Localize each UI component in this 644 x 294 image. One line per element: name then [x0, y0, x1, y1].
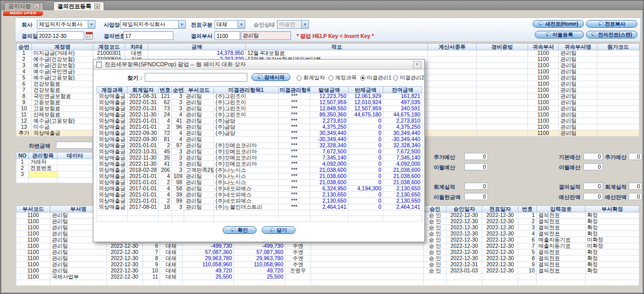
chevron-down-icon[interactable]: ▼ — [238, 21, 245, 28]
column-header[interactable]: 번호 — [159, 87, 172, 93]
company-select[interactable]: 제일저지주식회사 ▼ — [37, 20, 95, 29]
column-header[interactable]: NO — [16, 152, 29, 159]
column-header[interactable]: 입력경로 — [537, 206, 586, 212]
table-row[interactable]: 1100관리팀2022-12-308대체29,963,78029,963,780… — [16, 256, 639, 262]
table-row[interactable]: 외상매출금2021-01-01297관리팀(주)꼬메요코리아***32,328,… — [97, 143, 422, 149]
budget-account2-label: 회계실적 — [605, 184, 627, 191]
table-row[interactable]: 외상매출금2022-01-31623관리팀(주)그린조이***12,507,95… — [97, 100, 422, 106]
table-row[interactable]: 외상매출금2022-11-30353관리팀(주)꼬메요코리아***7,345,1… — [97, 155, 422, 161]
column-header[interactable]: 데이타 — [57, 152, 93, 159]
column-header[interactable]: 부서코드 — [16, 206, 50, 212]
column-header[interactable]: 순번 — [16, 44, 32, 50]
table-row[interactable]: 외상매출금2021-01-01439관리팀(주)네오피에스***2,130,65… — [97, 192, 422, 198]
table-row[interactable]: 외상매출금2021-01-01441관리팀(주)금당***2,273,81002… — [97, 118, 422, 124]
table-row[interactable]: 1100국제사업부2022-12-3011대체25,50025,500 — [16, 274, 639, 280]
table-row[interactable]: 1100관리팀2022-12-3010대체49,72049,720조명우승 인2… — [16, 268, 639, 274]
table-row[interactable]: 2전표번호 — [16, 165, 93, 171]
table-row[interactable]: 1거래처 — [16, 159, 93, 165]
table-row[interactable]: 외상매출금2021-01-01298관리팀(주)나노시스***21,038,60… — [97, 180, 422, 186]
column-header[interactable]: 계정명 — [32, 44, 93, 50]
table-row[interactable]: 3 — [16, 171, 93, 178]
close-icon[interactable]: × — [413, 61, 421, 68]
column-header[interactable]: 승인일자 — [446, 206, 482, 212]
cell — [477, 50, 528, 56]
column-header[interactable]: 미결관리항목1 — [214, 87, 279, 93]
table-row[interactable]: 외상매출금2021-08-311213관리팀(주)그린조이***12,223,7… — [97, 93, 422, 100]
table-row[interactable]: 외상매출금2017-08-01183관리팀(주)노블인더스트리***2,464,… — [97, 204, 422, 210]
column-header[interactable]: 전표일자 — [482, 206, 518, 212]
cell: 7 — [518, 243, 537, 249]
table-row[interactable]: 1미지급금(거래처)21000301대변14,378,95012월 4대보험료1… — [16, 50, 639, 56]
column-header[interactable]: 승인 — [424, 206, 446, 212]
table-row[interactable]: 외상매출금2022-11-30244관리팀(주)그린조이***89,350,36… — [97, 112, 422, 118]
tab-notice[interactable]: 공지사항 x — [4, 2, 44, 10]
popup-title-bar[interactable]: 전표세부항목(SPNDCDPop) 팝업 -- 웹 페이지 대화 상자 × — [93, 60, 424, 70]
column-header[interactable]: 발생금액 — [310, 87, 348, 93]
column-header[interactable]: 귀속부서 — [528, 44, 559, 50]
column-header[interactable]: 계산서종류 — [428, 44, 477, 50]
table-row[interactable]: 1100관리팀2022-12-307대체57,087,36057,087,360… — [16, 249, 639, 256]
column-header[interactable]: 부서확정 — [586, 206, 639, 212]
ok-button[interactable]: ▶ 확인 — [223, 226, 257, 234]
bizplace-select[interactable]: 제일저지주식회사 ▼ — [120, 20, 186, 29]
table-row[interactable] — [97, 216, 422, 222]
tab-voucher-entry[interactable]: 결의전표등록 x — [53, 2, 104, 10]
column-header[interactable]: 경비증빙 — [477, 44, 528, 50]
search-start-button[interactable]: ▶ 검색시작 — [251, 73, 290, 81]
table-row[interactable]: 외상매출금2021-01-014109관리팀(주)나노시스***21,038,6… — [97, 173, 422, 180]
column-header[interactable]: 순번 — [172, 87, 184, 93]
column-header[interactable]: 적요 — [246, 44, 428, 50]
chevron-down-icon[interactable]: ▼ — [178, 21, 185, 28]
table-row[interactable]: 외상매출금2022-11-30413관리팀(주)꼬메요코리아***4,092,0… — [97, 161, 422, 167]
table-row[interactable]: 외상매출금2022-10-31453관리팀(주)꼬메요코리아***7,672,5… — [97, 149, 422, 155]
new-voucher-button[interactable]: ▶ 새전표(Home) — [533, 20, 584, 28]
table-row[interactable]: 외상매출금2022-01-31733관리팀(주)그린조이***12,848,55… — [97, 106, 422, 112]
column-header[interactable]: 차/대 — [125, 44, 148, 50]
close-icon[interactable]: x — [94, 4, 100, 9]
radio-open-mgmt2[interactable]: 미결관리2 — [393, 74, 424, 82]
carryover-register-button[interactable]: ▶ 이월등록 — [535, 31, 584, 38]
column-header[interactable]: 회계일자 — [128, 87, 159, 93]
column-header[interactable]: 번호 — [518, 206, 537, 212]
table-row[interactable]: 외상매출금2022-09-30724관리팀(주)금당***30,349,4400… — [97, 130, 422, 136]
column-header[interactable]: 미결관리항목2 — [279, 87, 310, 93]
close-icon[interactable]: x — [34, 4, 40, 9]
column-header[interactable]: 반제금액 — [348, 87, 383, 93]
resolve-no-input[interactable] — [123, 31, 173, 40]
table-row[interactable]: 외상매출금2022-09-30814관리팀***-30,349,4400-30,… — [97, 136, 422, 143]
column-header[interactable]: 원가코드 — [597, 44, 639, 50]
chevron-down-icon[interactable]: ▼ — [88, 21, 95, 28]
chevron-down-icon[interactable]: ▼ — [301, 21, 308, 28]
slip-type-select[interactable]: 대체 ▼ — [214, 20, 245, 29]
column-header[interactable]: 관리항목 — [29, 152, 57, 159]
column-header[interactable]: 금액 — [148, 44, 246, 50]
table-row[interactable]: 외상매출금2018-02-282063고객만족2팀(JJ(주)나노시스***21… — [97, 167, 422, 173]
table-row[interactable]: 1100관리팀2022-12-306대체-499,730-499,730주엔승 … — [16, 243, 639, 249]
table-row[interactable]: 1100관리팀2022-12-309대체110,058,960110,058,9… — [16, 262, 639, 268]
column-header[interactable]: 계정코드 — [93, 44, 125, 50]
table-row[interactable] — [97, 210, 422, 216]
search-input[interactable] — [145, 73, 247, 82]
copy-voucher-button[interactable]: ▶ 전표복사 — [586, 20, 637, 28]
resolve-dept-code-input[interactable] — [214, 31, 240, 40]
table-row[interactable]: 외상매출금2021-01-01296관리팀(주)금당***4,375,25004… — [97, 124, 422, 130]
radio-account-date[interactable]: 회계일자 — [297, 74, 325, 82]
column-header[interactable]: 부서코드 — [184, 87, 214, 93]
menu-open-button[interactable]: MENU OPEN — [3, 11, 43, 16]
column-header[interactable]: 계정과목 — [97, 87, 128, 93]
column-header[interactable]: 귀속부서명 — [559, 44, 597, 50]
resolve-date-input[interactable] — [37, 31, 84, 40]
calendar-icon[interactable] — [86, 32, 93, 40]
table-row[interactable] — [16, 280, 639, 286]
radio-account-subject[interactable]: 계정과목 — [328, 74, 357, 82]
radio-open-mgmt1[interactable]: 미결관리1 — [360, 74, 392, 82]
table-row[interactable]: 외상매출금2017-01-01458관리팀(주)네오피에스***6,324,95… — [97, 186, 422, 192]
column-header[interactable]: 잔여금액 — [383, 87, 422, 93]
popup-table[interactable]: 계정과목회계일자번호순번부서코드미결관리항목1미결관리항목2발생금액반제금액잔여… — [96, 86, 422, 222]
scan-voucher-button[interactable]: ▶ 전자전표(스캔) — [586, 31, 637, 38]
table-row[interactable]: 외상매출금2021-01-01299관리팀(주)네오피에스***2,130,65… — [97, 198, 422, 204]
table-row[interactable] — [16, 178, 93, 183]
approve-state-select[interactable]: 미승인 ▼ — [277, 20, 309, 29]
management-item-table[interactable]: NO관리항목데이타1거래처2전표번호3 — [16, 152, 93, 183]
close-button[interactable]: ▶ 닫기 — [262, 226, 296, 234]
